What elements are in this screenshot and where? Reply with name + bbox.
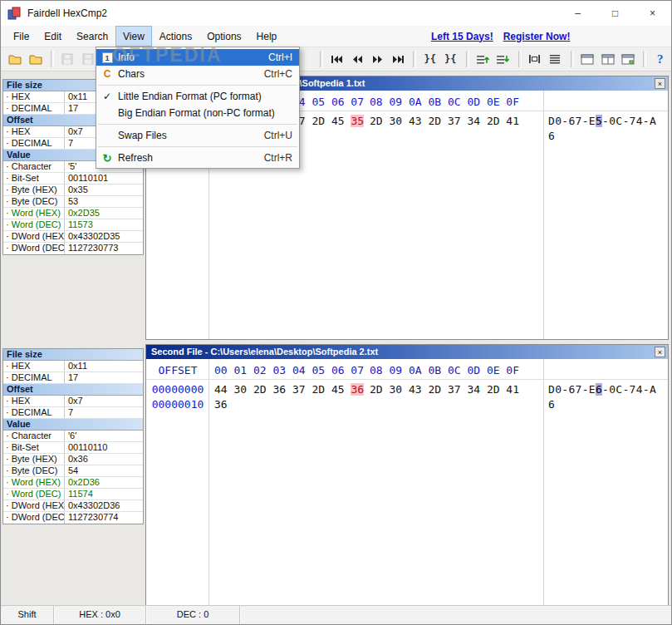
titlebar[interactable]: Fairdell HexCmp2 – □ × bbox=[1, 1, 671, 26]
info-row: · Character'6' bbox=[3, 431, 143, 442]
last-difference-button[interactable] bbox=[389, 50, 408, 68]
align-top-button[interactable] bbox=[473, 50, 493, 68]
menu-item-swap-files[interactable]: Swap Files Ctrl+U bbox=[96, 127, 299, 144]
first-difference-button[interactable] bbox=[327, 50, 346, 68]
statusbar-hex-value: HEX : 0x0 bbox=[54, 606, 146, 624]
menubar-item-search[interactable]: Search bbox=[69, 26, 115, 47]
menubar-item-view[interactable]: View bbox=[115, 26, 152, 47]
trial-days-link[interactable]: Left 15 Days! bbox=[431, 31, 493, 42]
info-row: · DWord (DEC)1127230774 bbox=[3, 512, 143, 524]
toolbar-separator bbox=[643, 51, 646, 67]
list-lines-icon bbox=[549, 54, 561, 64]
info-row: · DWord (HEX)0x43302D35 bbox=[3, 231, 143, 243]
align-bottom-icon bbox=[496, 54, 509, 65]
second-file-hex-view[interactable]: OFFSET 00 01 02 03 04 05 06 07 08 09 0A … bbox=[146, 359, 668, 605]
second-file-hex-panel: Second File - C:\Users\elena\Desktop\Sof… bbox=[145, 344, 669, 606]
info-section-header: File size bbox=[3, 349, 143, 361]
next-equal-block-button[interactable]: }{ bbox=[441, 50, 460, 68]
menubar-item-help[interactable]: Help bbox=[249, 26, 285, 47]
menu-separator bbox=[98, 124, 297, 125]
info-row-value: 00110110 bbox=[65, 442, 143, 453]
align-bottom-button[interactable] bbox=[493, 50, 513, 68]
menubar-item-options[interactable]: Options bbox=[199, 26, 248, 47]
info-row-value: 00110101 bbox=[65, 173, 143, 184]
second-file-panel-titlebar[interactable]: Second File - C:\Users\elena\Desktop\Sof… bbox=[146, 345, 668, 359]
maximize-button[interactable]: □ bbox=[596, 1, 634, 26]
info-row-value: 0x2D36 bbox=[65, 477, 143, 488]
save-floppy-icon bbox=[82, 53, 94, 65]
hex-bytes: 44 30 2D 36 37 2D 45 bbox=[214, 383, 345, 396]
menubar-item-edit[interactable]: Edit bbox=[37, 26, 69, 47]
view-menu-popup: 1 Info Ctrl+I C Chars Ctrl+C ✓ Little En… bbox=[96, 47, 300, 169]
info-row: · Byte (DEC)53 bbox=[3, 196, 143, 208]
help-button[interactable]: ? bbox=[650, 50, 670, 68]
toolbar-separator bbox=[571, 51, 574, 67]
bracket-pair-icon: }{ bbox=[444, 53, 456, 65]
close-second-file-button[interactable]: × bbox=[655, 347, 665, 357]
info-row-value: 0x7 bbox=[65, 396, 143, 406]
previous-difference-button[interactable] bbox=[348, 50, 367, 68]
info-row-label: · Word (DEC) bbox=[3, 219, 65, 230]
view-list-button[interactable] bbox=[546, 50, 565, 68]
layout-split-button[interactable] bbox=[598, 50, 617, 68]
info-row-label: · DWord (DEC) bbox=[3, 512, 65, 524]
menubar: FileEditSearchViewActionsOptionsHelp Lef… bbox=[1, 26, 671, 47]
info-row-label: · DECIMAL bbox=[3, 372, 65, 383]
info-row-label: · Word (HEX) bbox=[3, 477, 65, 488]
ascii-text: 6 bbox=[548, 397, 555, 412]
folder-open-icon bbox=[29, 54, 42, 65]
menu-item-info[interactable]: 1 Info Ctrl+I bbox=[96, 49, 299, 66]
layout-cascade-button[interactable] bbox=[619, 50, 638, 68]
info-section-header: Value bbox=[3, 419, 143, 431]
info-row-value: 17 bbox=[65, 372, 143, 383]
info-row-label: · Character bbox=[3, 431, 65, 441]
info-row-label: · Byte (DEC) bbox=[3, 196, 65, 207]
info-row-value: 0x2D35 bbox=[65, 208, 143, 219]
hexcmp-logo-icon bbox=[7, 7, 21, 20]
difference-byte: 36 bbox=[351, 383, 364, 396]
menu-item-label: Chars bbox=[118, 68, 145, 80]
info-row: · DECIMAL7 bbox=[3, 407, 143, 419]
checkmark-icon: ✓ bbox=[100, 91, 115, 102]
ascii-text: 6 bbox=[548, 129, 555, 144]
row-offset: 00000010 bbox=[146, 397, 209, 412]
previous-equal-block-button[interactable]: }{ bbox=[420, 50, 439, 68]
info-row-label: · DECIMAL bbox=[3, 407, 65, 418]
menubar-item-actions[interactable]: Actions bbox=[152, 26, 199, 47]
app-icon bbox=[7, 7, 21, 20]
info-row: · Bit-Set00110110 bbox=[3, 442, 143, 454]
register-now-link[interactable]: Register Now! bbox=[503, 31, 571, 42]
save-first-file-button[interactable] bbox=[58, 50, 77, 68]
fit-column-width-button[interactable] bbox=[526, 50, 545, 68]
next-difference-button[interactable] bbox=[368, 50, 387, 68]
hex-bytes: 36 bbox=[214, 397, 228, 412]
menu-item-little-endian[interactable]: ✓ Little Endian Format (PC format) bbox=[96, 88, 299, 105]
menu-item-chars[interactable]: C Chars Ctrl+C bbox=[96, 66, 299, 82]
info-row-value: '6' bbox=[65, 431, 143, 441]
menu-item-shortcut: Ctrl+U bbox=[264, 130, 292, 141]
open-second-file-button[interactable] bbox=[27, 50, 46, 68]
save-second-file-button[interactable] bbox=[79, 50, 98, 68]
close-first-file-button[interactable]: × bbox=[655, 78, 665, 89]
menu-item-refresh[interactable]: ↻ Refresh Ctrl+R bbox=[96, 150, 299, 166]
refresh-icon: ↻ bbox=[100, 152, 115, 165]
info-row-value: 11574 bbox=[65, 489, 143, 500]
layout-single-button[interactable] bbox=[578, 50, 597, 68]
menu-item-label: Swap Files bbox=[118, 130, 167, 141]
info-row-label: · Bit-Set bbox=[3, 442, 65, 453]
menu-item-shortcut: Ctrl+R bbox=[264, 152, 292, 164]
close-button[interactable]: × bbox=[634, 1, 671, 26]
info-row: · HEX0x7 bbox=[3, 396, 143, 407]
menu-item-label: Little Endian Format (PC format) bbox=[118, 91, 262, 102]
menubar-item-file[interactable]: File bbox=[6, 26, 37, 47]
last-difference-icon bbox=[392, 55, 405, 64]
info-row: · Byte (HEX)0x36 bbox=[3, 454, 143, 465]
hex-row: 00000000 44 30 2D 36 37 2D 45 36 2D 30 4… bbox=[146, 382, 668, 397]
minimize-button[interactable]: – bbox=[559, 1, 596, 26]
open-first-file-button[interactable] bbox=[6, 50, 25, 68]
menu-item-big-endian[interactable]: Big Endian Format (non-PC format) bbox=[96, 105, 299, 121]
toolbar-separator bbox=[51, 51, 54, 67]
caption-buttons: – □ × bbox=[559, 1, 671, 26]
info-row-label: · Word (DEC) bbox=[3, 489, 65, 500]
info-row: · Byte (DEC)54 bbox=[3, 465, 143, 477]
